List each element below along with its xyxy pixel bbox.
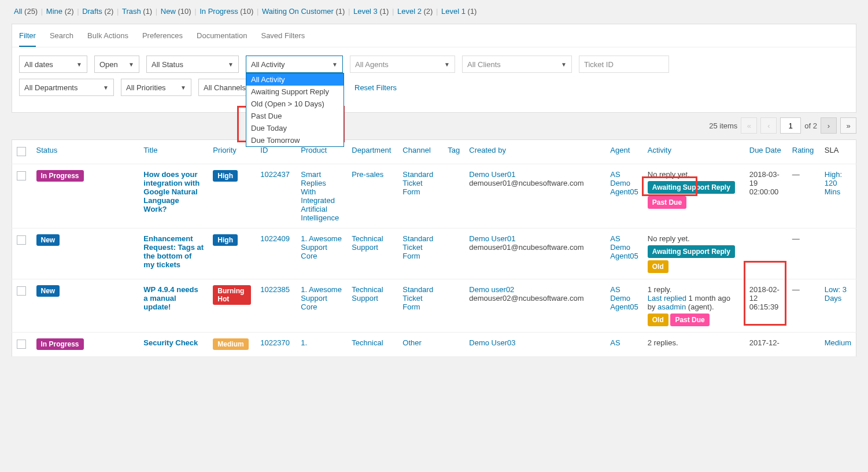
ticket-title-link[interactable]: How does your integration with Google Na… bbox=[143, 170, 200, 213]
status-tab-mine[interactable]: Mine (2) bbox=[46, 7, 74, 16]
status-tab-level-2[interactable]: Level 2 (2) bbox=[397, 7, 433, 16]
activity-option[interactable]: Due Today bbox=[246, 122, 343, 134]
panel-tabs: Filter Search Bulk Actions Preferences D… bbox=[12, 24, 856, 47]
status-tab-waiting-on-customer[interactable]: Waiting On Customer (1) bbox=[262, 7, 345, 16]
activity-option[interactable]: Old (Open > 10 Days) bbox=[246, 98, 343, 110]
pager-prev-button[interactable]: ‹ bbox=[760, 117, 777, 134]
filter-priorities[interactable]: All Priorities▼ bbox=[121, 79, 191, 96]
department-link[interactable]: Technical bbox=[352, 338, 383, 347]
filter-dates[interactable]: All dates▼ bbox=[19, 56, 87, 73]
pager-next-button[interactable]: › bbox=[821, 117, 837, 134]
caret-icon: ▼ bbox=[76, 61, 82, 68]
select-all-checkbox[interactable] bbox=[17, 147, 26, 156]
filter-dates-label: All dates bbox=[24, 60, 53, 69]
filter-open[interactable]: Open▼ bbox=[94, 56, 139, 73]
sla-link[interactable]: Medium bbox=[825, 338, 851, 347]
caret-icon: ▼ bbox=[332, 61, 338, 68]
col-tag[interactable]: Tag bbox=[443, 140, 464, 164]
col-created-by[interactable]: Created by bbox=[464, 140, 605, 164]
status-tab-level-1[interactable]: Level 1 (1) bbox=[441, 7, 477, 16]
row-checkbox[interactable] bbox=[17, 286, 26, 296]
agent-link[interactable]: AS Demo Agent05 bbox=[610, 234, 638, 260]
agent-link[interactable]: AS bbox=[610, 338, 620, 347]
agent-link[interactable]: AS Demo Agent05 bbox=[610, 285, 638, 311]
channel-link[interactable]: Standard Ticket Form bbox=[402, 170, 433, 196]
col-agent[interactable]: Agent bbox=[605, 140, 642, 164]
sla-link[interactable]: High: 120 Mins bbox=[825, 170, 842, 196]
status-tab-level-3[interactable]: Level 3 (1) bbox=[353, 7, 389, 16]
due-date-value: 2017-12- bbox=[749, 338, 780, 347]
caret-icon: ▼ bbox=[444, 61, 450, 68]
tab-saved-filters[interactable]: Saved Filters bbox=[261, 24, 305, 47]
col-department[interactable]: Department bbox=[347, 140, 398, 164]
status-tab-new[interactable]: New (10) bbox=[161, 7, 191, 16]
ticket-id-link[interactable]: 1022385 bbox=[260, 285, 290, 294]
filter-agents[interactable]: All Agents▼ bbox=[350, 56, 455, 73]
agent-link[interactable]: AS Demo Agent05 bbox=[610, 170, 638, 196]
department-link[interactable]: Pre-sales bbox=[352, 170, 383, 179]
table-row: In ProgressSecurity CheckMedium10223701.… bbox=[12, 333, 856, 357]
filter-prio-label: All Priorities bbox=[126, 83, 166, 92]
tab-documentation[interactable]: Documentation bbox=[197, 24, 247, 47]
ticket-title-link[interactable]: WP 4.9.4 needs a manual update! bbox=[143, 285, 198, 311]
activity-option[interactable]: Due Tomorrow bbox=[246, 134, 343, 146]
created-by-link[interactable]: Demo User01 bbox=[469, 170, 601, 179]
status-tab-drafts[interactable]: Drafts (2) bbox=[82, 7, 113, 16]
due-date-value: 2018-03-19 02:00:00 bbox=[749, 170, 780, 196]
ticket-id-link[interactable]: 1022409 bbox=[260, 234, 290, 243]
col-rating[interactable]: Rating bbox=[788, 140, 820, 164]
channel-link[interactable]: Other bbox=[402, 338, 422, 347]
tab-preferences[interactable]: Preferences bbox=[142, 24, 183, 47]
tab-bulk-actions[interactable]: Bulk Actions bbox=[87, 24, 128, 47]
activity-option[interactable]: Past Due bbox=[246, 110, 343, 122]
col-status[interactable]: Status bbox=[32, 140, 139, 164]
status-tab-trash[interactable]: Trash (1) bbox=[122, 7, 152, 16]
pager-first-button[interactable]: « bbox=[741, 117, 757, 134]
product-link[interactable]: Smart Replies With Integrated Artificial… bbox=[301, 170, 339, 222]
activity-option[interactable]: Awaiting Support Reply bbox=[246, 86, 343, 98]
filter-ticket-id[interactable]: Ticket ID bbox=[579, 56, 669, 73]
filter-activity[interactable]: All Activity▼ All ActivityAwaiting Suppo… bbox=[246, 56, 343, 73]
department-link[interactable]: Technical Support bbox=[352, 234, 383, 252]
filter-status[interactable]: All Status▼ bbox=[146, 56, 239, 73]
ticket-id-link[interactable]: 1022370 bbox=[260, 338, 290, 347]
activity-badge: Awaiting Support Reply bbox=[648, 245, 735, 258]
sla-link[interactable]: Low: 3 Days bbox=[825, 285, 847, 303]
filter-departments[interactable]: All Departments▼ bbox=[19, 79, 114, 96]
col-channel[interactable]: Channel bbox=[398, 140, 443, 164]
row-checkbox[interactable] bbox=[17, 235, 26, 245]
created-by-link[interactable]: Demo User01 bbox=[469, 234, 601, 243]
caret-icon: ▼ bbox=[228, 61, 234, 68]
ticket-title-link[interactable]: Enhancement Request: Tags at the bottom … bbox=[143, 234, 204, 269]
status-tab-in-progress[interactable]: In Progress (10) bbox=[200, 7, 253, 16]
product-link[interactable]: 1. Awesome Support Core bbox=[301, 285, 342, 311]
tab-search[interactable]: Search bbox=[50, 24, 73, 47]
pager-page-input[interactable] bbox=[780, 117, 801, 134]
priority-badge: Burning Hot bbox=[213, 285, 251, 305]
department-link[interactable]: Technical Support bbox=[352, 285, 383, 303]
pager-last-button[interactable]: » bbox=[840, 117, 856, 134]
ticket-title-link[interactable]: Security Check bbox=[143, 338, 198, 347]
status-badge: New bbox=[36, 285, 60, 297]
col-title[interactable]: Title bbox=[139, 140, 208, 164]
activity-badge: Past Due bbox=[670, 314, 709, 326]
activity-option[interactable]: All Activity bbox=[246, 73, 343, 86]
priority-badge: High bbox=[213, 234, 238, 246]
col-activity[interactable]: Activity bbox=[643, 140, 745, 164]
activity-text: 2 replies. bbox=[648, 338, 740, 347]
reset-filters-link[interactable]: Reset Filters bbox=[354, 83, 397, 92]
row-checkbox[interactable] bbox=[17, 340, 26, 349]
ticket-id-link[interactable]: 1022437 bbox=[260, 170, 290, 179]
channel-link[interactable]: Standard Ticket Form bbox=[402, 234, 433, 260]
filter-clients-label: All Clients bbox=[467, 60, 501, 69]
status-tab-all[interactable]: All (25) bbox=[14, 7, 38, 16]
row-checkbox[interactable] bbox=[17, 171, 26, 180]
tab-filter[interactable]: Filter bbox=[19, 24, 36, 47]
channel-link[interactable]: Standard Ticket Form bbox=[402, 285, 433, 311]
created-by-link[interactable]: Demo user02 bbox=[469, 285, 601, 294]
product-link[interactable]: 1. Awesome Support Core bbox=[301, 234, 342, 260]
created-by-link[interactable]: Demo User03 bbox=[469, 338, 601, 347]
filter-clients[interactable]: All Clients▼ bbox=[462, 56, 572, 73]
product-link[interactable]: 1. bbox=[301, 338, 307, 347]
col-due-date[interactable]: Due Date bbox=[745, 140, 788, 164]
